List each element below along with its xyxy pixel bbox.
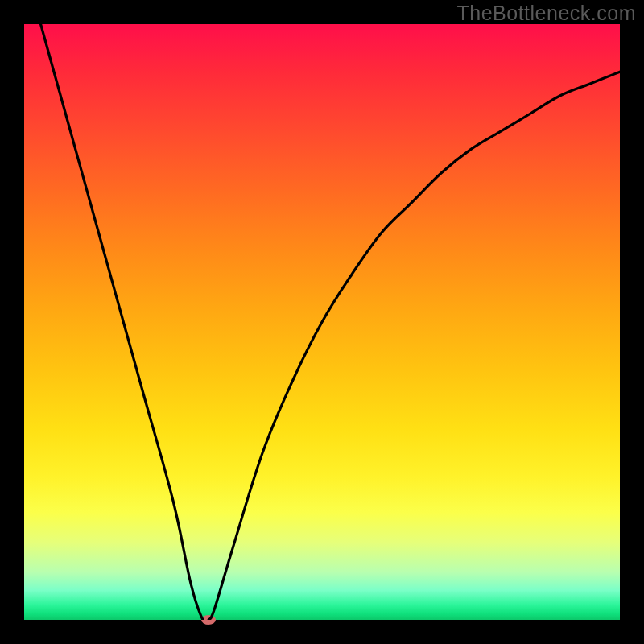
plot-area: [24, 24, 620, 620]
chart-frame: TheBottleneck.com: [0, 0, 644, 644]
bottleneck-curve: [24, 24, 620, 620]
curve-svg: [24, 24, 620, 620]
watermark-text: TheBottleneck.com: [457, 2, 637, 25]
